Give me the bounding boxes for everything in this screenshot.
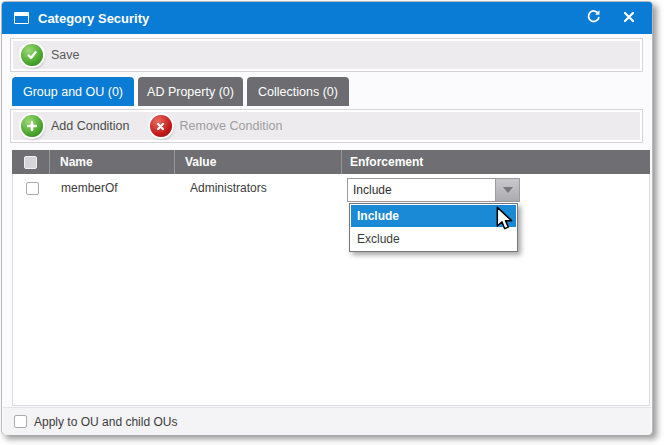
grid-body: memberOf Administrators	[12, 174, 650, 406]
select-all-checkbox[interactable]	[24, 156, 37, 169]
remove-condition-button[interactable]: Remove Condition	[140, 110, 293, 142]
tab-ad-property[interactable]: AD Property (0)	[138, 77, 243, 106]
window-icon	[14, 12, 29, 24]
remove-condition-label: Remove Condition	[180, 119, 283, 133]
row-checkbox-cell	[13, 182, 51, 195]
add-plus-icon	[21, 115, 43, 137]
footer-bar: Apply to OU and child OUs	[3, 407, 651, 435]
grid-header: Name Value Enforcement	[12, 150, 650, 174]
enforcement-combobox[interactable]: Include	[347, 178, 520, 202]
save-label: Save	[51, 48, 80, 62]
table-row[interactable]: memberOf Administrators	[13, 174, 649, 202]
dropdown-option-include[interactable]: Include	[351, 205, 516, 227]
row-value-cell: Administrators	[176, 181, 343, 195]
row-name-cell: memberOf	[51, 181, 176, 195]
close-button[interactable]	[618, 7, 640, 29]
category-security-dialog: Category Security	[1, 1, 653, 435]
tab-collections[interactable]: Collections (0)	[247, 77, 349, 106]
dialog-title: Category Security	[38, 11, 149, 26]
select-all-cell	[12, 150, 50, 174]
conditions-toolbar: Add Condition Remove Condition	[10, 109, 643, 143]
refresh-icon	[586, 9, 601, 28]
column-header-name[interactable]: Name	[50, 150, 175, 174]
combobox-value: Include	[348, 179, 495, 201]
save-check-icon	[21, 44, 43, 66]
save-button[interactable]: Save	[11, 39, 90, 71]
row-checkbox[interactable]	[26, 182, 39, 195]
chevron-down-icon	[503, 187, 513, 193]
enforcement-dropdown-list: Include Exclude	[349, 203, 518, 252]
save-toolbar: Save	[10, 38, 643, 72]
add-condition-button[interactable]: Add Condition	[11, 110, 140, 142]
dropdown-option-exclude[interactable]: Exclude	[351, 228, 516, 250]
refresh-button[interactable]	[582, 7, 604, 29]
screen: Category Security	[0, 0, 666, 445]
column-header-enforcement[interactable]: Enforcement	[342, 150, 650, 174]
column-header-value[interactable]: Value	[175, 150, 342, 174]
close-icon	[623, 9, 635, 27]
remove-x-icon	[150, 115, 172, 137]
tab-strip: Group and OU (0) AD Property (0) Collect…	[12, 77, 349, 106]
tab-group-and-ou[interactable]: Group and OU (0)	[12, 77, 134, 106]
apply-to-ou-label: Apply to OU and child OUs	[34, 415, 177, 429]
add-condition-label: Add Condition	[51, 119, 130, 133]
title-bar: Category Security	[2, 2, 652, 34]
apply-to-ou-checkbox[interactable]	[14, 415, 27, 428]
combobox-dropdown-button[interactable]	[495, 179, 519, 201]
